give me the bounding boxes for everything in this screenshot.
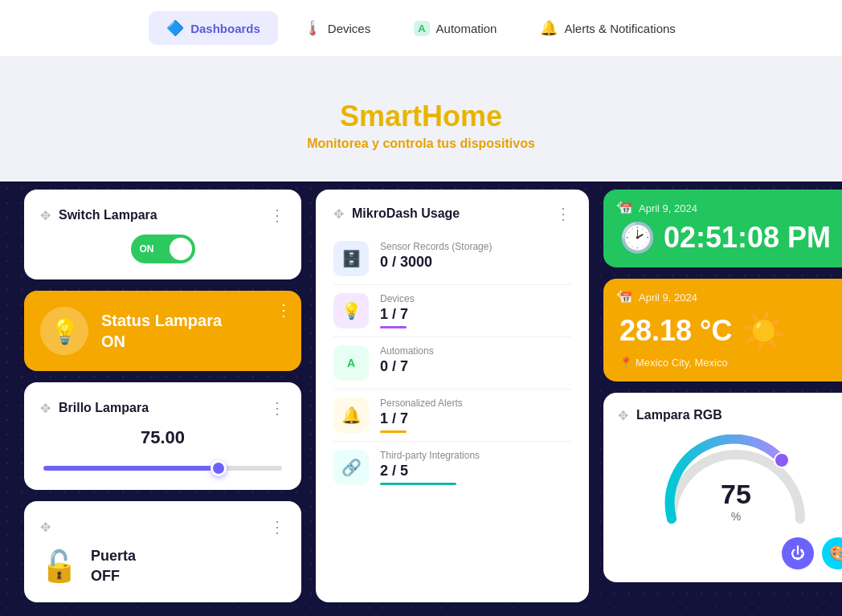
automations-label: Automations bbox=[380, 345, 571, 357]
switch-lampara-menu[interactable]: ⋮ bbox=[269, 206, 285, 225]
automations-value: 0 / 7 bbox=[380, 358, 571, 375]
mikrodash-title: MikroDash Usage bbox=[352, 206, 460, 221]
devices-icon-wrap: 💡 bbox=[333, 293, 369, 328]
gauge-unit: % bbox=[721, 510, 751, 523]
rgb-actions: ⏻ 🎨 bbox=[618, 537, 842, 569]
rgb-title: Lampara RGB bbox=[636, 408, 722, 422]
puerta-text: Puerta OFF bbox=[91, 546, 136, 586]
status-lampara-icon-wrap: 💡 bbox=[40, 307, 88, 355]
integrations-icon-wrap: 🔗 bbox=[333, 450, 369, 485]
usage-row-devices: 💡 Devices 1 / 7 bbox=[333, 285, 571, 337]
lampara-rgb-card: ✥ Lampara RGB ⋮ bbox=[603, 393, 842, 582]
clock-icon: 🕑 bbox=[619, 221, 656, 255]
drag-icon-puerta: ✥ bbox=[40, 520, 51, 535]
nav-automation-label: Automation bbox=[436, 22, 497, 35]
navbar: 🔷 Dashboards 🌡️ Devices A Automation 🔔 A… bbox=[0, 0, 842, 56]
integrations-label: Third-party Integrations bbox=[380, 450, 571, 461]
alerts-bar bbox=[380, 430, 407, 433]
clock-card: ✥ ⋮ 📅 April 9, 2024 🕑 02:51:08 PM bbox=[603, 190, 842, 267]
temp-card: ✥ ⋮ 📅 April 9, 2024 28.18 °C ☀️ 📍 Mexico… bbox=[603, 279, 842, 381]
dashboards-icon: 🔷 bbox=[166, 19, 184, 37]
automation-usage-icon: A bbox=[347, 357, 355, 369]
gauge-center: 75 % bbox=[721, 479, 751, 523]
alerts-icon: 🔔 bbox=[540, 19, 558, 37]
hero-subtitle: Monitorea y controla tus dispositivos bbox=[0, 137, 842, 151]
switch-lampara-card: ✥ Switch Lampara ⋮ ON bbox=[24, 190, 301, 279]
temp-location: Mexico City, Mexico bbox=[636, 357, 728, 369]
hero-title: SmartHome bbox=[0, 100, 842, 133]
database-icon: 🗄️ bbox=[341, 249, 362, 268]
calendar-icon: 📅 bbox=[619, 202, 632, 214]
location-pin-icon: 📍 bbox=[619, 357, 632, 369]
integrations-bar bbox=[380, 483, 456, 485]
brillo-lampara-title: Brillo Lampara bbox=[59, 401, 149, 415]
rgb-drag-icon: ✥ bbox=[618, 408, 628, 423]
nav-automation[interactable]: A Automation bbox=[396, 13, 514, 44]
integrations-value: 2 / 5 bbox=[380, 463, 571, 479]
automations-icon-wrap: A bbox=[333, 345, 369, 381]
gauge-value: 75 bbox=[721, 479, 751, 510]
toggle-label: ON bbox=[140, 243, 154, 255]
bell-icon: 🔔 bbox=[341, 406, 362, 425]
rgb-power-button[interactable]: ⏻ bbox=[782, 537, 814, 569]
sun-icon: ☀️ bbox=[742, 310, 786, 352]
usage-row-alerts: 🔔 Personalized Alerts 1 / 7 bbox=[333, 390, 571, 442]
sensor-icon-wrap: 🗄️ bbox=[333, 241, 369, 276]
lock-icon: 🔓 bbox=[40, 549, 78, 584]
nav-devices-label: Devices bbox=[328, 22, 370, 35]
nav-alerts-label: Alerts & Notifications bbox=[564, 22, 675, 35]
nav-alerts[interactable]: 🔔 Alerts & Notifications bbox=[522, 11, 693, 45]
alerts-icon-wrap: 🔔 bbox=[333, 398, 369, 433]
drag-icon-brillo: ✥ bbox=[40, 401, 51, 416]
nav-devices[interactable]: 🌡️ Devices bbox=[286, 11, 388, 45]
temp-value: 28.18 °C bbox=[619, 314, 732, 348]
temp-calendar-icon: 📅 bbox=[619, 292, 632, 304]
puerta-card: ✥ ⋮ 🔓 Puerta OFF bbox=[24, 501, 301, 602]
devices-value: 1 / 7 bbox=[380, 306, 571, 323]
brillo-lampara-card: ✥ Brillo Lampara ⋮ 75.00 bbox=[24, 382, 301, 490]
status-lampara-card: 💡 Status Lampara ON ⋮ bbox=[24, 291, 301, 371]
column-3: ✥ ⋮ 📅 April 9, 2024 🕑 02:51:08 PM ✥ ⋮ 📅 … bbox=[603, 190, 842, 602]
devices-bar bbox=[380, 326, 407, 328]
switch-lampara-toggle[interactable]: ON bbox=[131, 235, 195, 263]
rgb-menu[interactable]: ⋮ bbox=[838, 406, 842, 425]
bulb-icon: 💡 bbox=[50, 317, 80, 345]
brillo-lampara-menu[interactable]: ⋮ bbox=[269, 398, 285, 418]
rgb-palette-button[interactable]: 🎨 bbox=[822, 537, 842, 569]
devices-label: Devices bbox=[380, 293, 571, 304]
alerts-label: Personalized Alerts bbox=[380, 398, 571, 409]
usage-row-automations: A Automations 0 / 7 bbox=[333, 337, 571, 390]
usage-row-sensor: 🗄️ Sensor Records (Storage) 0 / 3000 bbox=[333, 233, 571, 285]
usage-row-integrations: 🔗 Third-party Integrations 2 / 5 bbox=[333, 442, 571, 493]
automation-icon: A bbox=[414, 21, 429, 36]
clock-time-value: 02:51:08 PM bbox=[664, 221, 831, 255]
hero: SmartHome Monitorea y controla tus dispo… bbox=[0, 75, 842, 167]
bulb-usage-icon: 💡 bbox=[341, 301, 362, 320]
mikrodash-menu[interactable]: ⋮ bbox=[555, 204, 571, 223]
drag-icon: ✥ bbox=[40, 208, 51, 223]
toggle-knob bbox=[170, 238, 192, 260]
main-grid: ✥ Switch Lampara ⋮ ON 💡 Status Lampara O… bbox=[0, 182, 842, 616]
gauge-wrap: 75 % bbox=[618, 434, 842, 531]
status-lampara-menu[interactable]: ⋮ bbox=[276, 300, 292, 320]
mikrodash-usage-card: ✥ MikroDash Usage ⋮ 🗄️ Sensor Records (S… bbox=[316, 190, 589, 602]
column-1: ✥ Switch Lampara ⋮ ON 💡 Status Lampara O… bbox=[24, 190, 301, 602]
sensor-value: 0 / 3000 bbox=[380, 254, 571, 271]
devices-icon: 🌡️ bbox=[304, 19, 321, 37]
clock-date: April 9, 2024 bbox=[639, 202, 697, 214]
link-icon: 🔗 bbox=[341, 458, 362, 477]
sensor-label: Sensor Records (Storage) bbox=[380, 241, 571, 252]
nav-dashboards[interactable]: 🔷 Dashboards bbox=[149, 11, 278, 45]
puerta-menu[interactable]: ⋮ bbox=[269, 517, 285, 536]
drag-icon-usage: ✥ bbox=[333, 206, 344, 222]
temp-date: April 9, 2024 bbox=[639, 292, 697, 304]
switch-lampara-title: Switch Lampara bbox=[59, 208, 157, 222]
brillo-slider[interactable] bbox=[43, 466, 282, 471]
svg-point-0 bbox=[775, 453, 789, 467]
alerts-value: 1 / 7 bbox=[380, 410, 571, 427]
status-lampara-text: Status Lampara ON bbox=[101, 310, 222, 352]
nav-dashboards-label: Dashboards bbox=[190, 22, 260, 35]
brillo-value: 75.00 bbox=[40, 427, 285, 448]
